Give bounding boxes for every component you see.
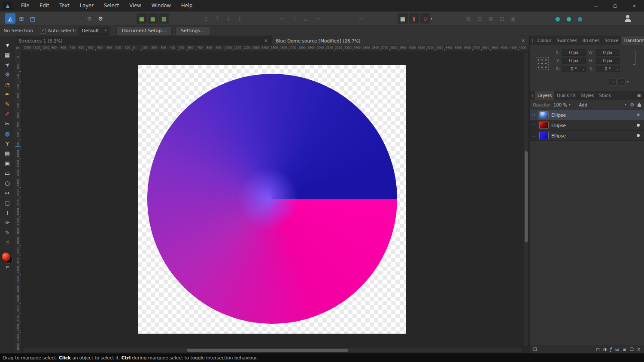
layer-thumbnail[interactable] [539, 132, 549, 139]
menu-window[interactable]: Window [146, 0, 176, 12]
menu-file[interactable]: File [16, 0, 34, 12]
app-logo-icon[interactable]: ▲ [3, 2, 12, 10]
menu-view[interactable]: View [124, 0, 146, 12]
colour-picker-tool[interactable]: ✑ [1, 218, 13, 228]
delete-layer-icon[interactable]: × [637, 347, 641, 352]
panel-tab-styles[interactable]: Styles [578, 91, 596, 100]
document-setup-button[interactable]: Document Setup... [116, 26, 172, 35]
fill-colour-well[interactable] [2, 252, 10, 261]
menu-select[interactable]: Select [99, 0, 124, 12]
tab-close-icon[interactable]: × [260, 38, 267, 43]
panel-tab-transform[interactable]: Transform [621, 36, 644, 45]
ruler-units[interactable]: px [15, 45, 21, 51]
menu-help[interactable]: Help [176, 0, 197, 12]
layer-thumbnail[interactable] [539, 122, 549, 129]
horizontal-scrollbar[interactable] [23, 348, 522, 352]
chevron-down-icon[interactable]: ▾ [617, 67, 618, 71]
panel-grip-icon[interactable]: ∥ [530, 39, 535, 43]
snapping-magnet-icon[interactable]: ∪ [420, 13, 430, 24]
panel-tab-stroke[interactable]: Stroke [602, 36, 621, 45]
close-button[interactable]: × [625, 0, 644, 12]
panel-grip-icon[interactable]: ∥ [530, 94, 535, 97]
transform-origin-icon[interactable]: ▱ [609, 79, 617, 85]
panel-tab-layers[interactable]: Layers [535, 91, 554, 100]
menu-text[interactable]: Text [55, 0, 75, 12]
layer-visibility-dot[interactable] [637, 134, 640, 137]
rotation-field[interactable]: 0 °▾ [562, 66, 586, 72]
contour-tool[interactable]: ◔ [1, 79, 13, 89]
layer-row[interactable]: ∷Ellipse [530, 110, 644, 120]
layer-visibility-dot[interactable] [637, 124, 640, 127]
opacity-dropdown[interactable]: 100 % ▾ [552, 102, 572, 108]
menu-edit[interactable]: Edit [34, 0, 54, 12]
panel-tab-stock[interactable]: Stock [596, 91, 614, 100]
knife-tool[interactable]: ✂ [1, 119, 13, 129]
show-grid-icon[interactable]: ▦ [398, 13, 408, 24]
auto-select-checkbox[interactable]: ✓ [40, 28, 46, 33]
maximize-button[interactable]: ▢ [605, 0, 625, 12]
teal-sphere-icon-1[interactable]: ● [553, 13, 563, 24]
blend-mode-dropdown[interactable]: Add [579, 103, 625, 107]
swap-colours-icon[interactable]: ⇄ [6, 265, 9, 269]
pencil-tool[interactable]: ✎ [1, 99, 13, 109]
group-layers-icon[interactable]: ❏ [630, 347, 634, 352]
artboard[interactable] [138, 65, 406, 334]
frame-text-tool[interactable]: T [1, 208, 13, 218]
panel-tab-colour[interactable]: Colour [535, 36, 554, 45]
layer-state-icon[interactable]: ∷ [530, 131, 538, 140]
node-tool[interactable]: ➤ [1, 60, 13, 70]
blend-options-gear-icon[interactable]: ⚙ [630, 102, 634, 108]
tab-close-icon[interactable]: × [517, 38, 525, 43]
export-persona-icon[interactable]: ◳ [27, 13, 38, 24]
colour-well[interactable] [1, 252, 13, 264]
snapping-magnet-icon-chevron-icon[interactable]: ▾ [431, 17, 432, 21]
teal-sphere-icon-3[interactable]: ● [575, 13, 585, 24]
document-tab-1[interactable]: Structures 1 (3.2%)× [15, 36, 272, 45]
document-tab-2[interactable]: Blue Dome source [Modified] (26.7%)× [272, 36, 530, 45]
transparency-tool[interactable]: Y [1, 139, 13, 149]
add-layer-icon[interactable]: ⊞ [623, 347, 626, 352]
ellipse-tool[interactable]: ○ [1, 178, 13, 188]
move-tool[interactable]: ➤ [1, 40, 13, 50]
dynamic-grid-icon[interactable]: ▦ [137, 13, 147, 24]
transform-mode-icon[interactable]: ▱ [618, 79, 626, 85]
point-transform-tool[interactable]: ⚙ [1, 70, 13, 79]
horizontal-scrollbar-thumb[interactable] [187, 349, 348, 352]
fill-tool[interactable]: ◍ [1, 129, 13, 139]
designer-persona-icon[interactable]: ◭ [5, 13, 15, 24]
w-field[interactable]: 0 px [596, 49, 620, 56]
shear-field[interactable]: 0 °▾ [596, 66, 620, 72]
layer-row[interactable]: ∷Ellipse [530, 120, 644, 131]
pixel-persona-icon[interactable]: ⊞ [16, 13, 27, 24]
h-field[interactable]: 0 px [596, 58, 620, 64]
panel-tab-quick-fx[interactable]: Quick FX [554, 91, 578, 100]
duplicate-layer-icon[interactable]: ❏ [533, 347, 537, 352]
pixel-grid-icon[interactable]: ▦ [148, 13, 158, 24]
rectangle-tool[interactable]: ▭ [1, 168, 13, 178]
settings-gear-icon[interactable]: ⚙ [95, 13, 106, 24]
force-pixel-alignment-icon[interactable]: ▮ [409, 13, 419, 24]
artboard-tool[interactable]: ▦ [1, 50, 13, 60]
layer-state-icon[interactable]: ∷ [530, 110, 538, 120]
layer-row[interactable]: ∷Ellipse [530, 131, 644, 141]
layer-thumbnail[interactable] [539, 111, 549, 119]
minimize-button[interactable]: — [586, 0, 605, 12]
vertical-scrollbar[interactable] [524, 52, 528, 346]
teal-sphere-icon-2[interactable]: ● [564, 13, 574, 24]
layer-effects-icon[interactable]: ƒ [610, 347, 612, 352]
lock-icon[interactable] [638, 104, 641, 107]
link-dimensions-toggle[interactable] [633, 51, 635, 65]
menu-layer[interactable]: Layer [75, 0, 99, 12]
style-picker-tool[interactable]: ✎ [1, 228, 13, 237]
mask-layer-icon[interactable]: ◻ [596, 347, 599, 352]
history-gear-icon[interactable]: ⚙ [84, 13, 94, 24]
chevron-down-icon[interactable]: ▾ [627, 80, 629, 84]
layer-state-icon[interactable]: ∷ [530, 120, 538, 130]
y-field[interactable]: 0 px [562, 58, 586, 64]
vertical-scrollbar-thumb[interactable] [525, 151, 528, 242]
vector-brush-tool[interactable]: ✐ [1, 109, 13, 119]
canvas-viewport[interactable] [21, 51, 529, 353]
settings-button[interactable]: Settings... [175, 26, 210, 35]
layer-visibility-dot[interactable] [637, 113, 640, 116]
x-field[interactable]: 0 px [562, 49, 586, 56]
